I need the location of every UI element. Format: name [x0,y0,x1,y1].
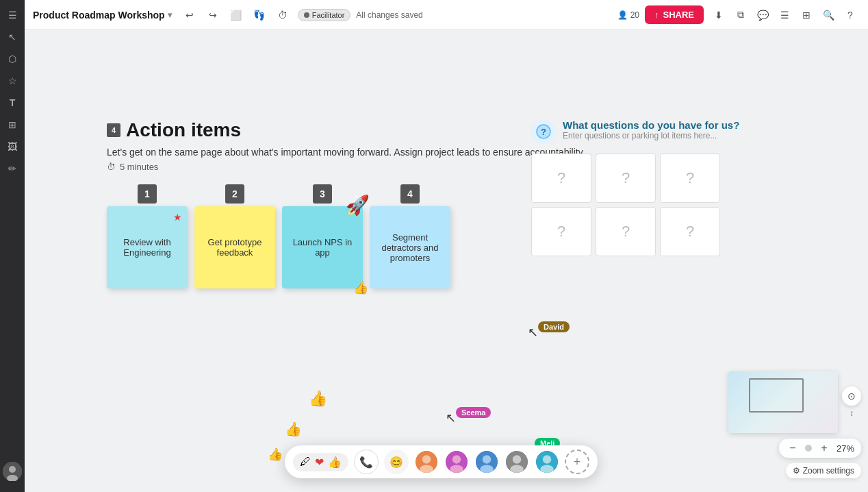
sidebar-pen-icon[interactable]: ✏ [3,159,22,178]
participants-number: 20 [630,10,639,20]
timer-icon[interactable]: ⏱ [273,5,292,25]
sticky-card-1[interactable]: ★ Review with Engineering [107,206,188,288]
cursor-seema: ↖ Seema [446,410,456,426]
user-avatar[interactable] [3,462,22,481]
search-icon[interactable]: 🔍 [819,5,838,25]
card-column-1: 1 ★ Review with Engineering [107,184,188,288]
help-icon[interactable]: ? [841,5,860,25]
card-badge-4: 4 [400,184,420,204]
minimap [728,371,838,433]
grid-view-icon[interactable]: ⊞ [797,5,816,25]
facilitator-label: Facilitator [312,11,345,19]
zoom-dot [805,445,812,452]
reaction-thumbs-icon[interactable]: 👍 [328,456,342,469]
timer-icon: ⏱ [107,162,116,172]
question-cell-3[interactable]: ? [660,153,720,203]
svg-point-12 [483,455,491,463]
participants-count: 👤 20 [617,10,639,20]
minimap-viewport [749,378,804,413]
title-chevron-icon[interactable]: ▾ [168,10,172,20]
add-participant-button[interactable]: + [565,450,589,474]
svg-point-6 [422,455,431,463]
card-column-4: 4 Segment detractors and promoters [370,184,450,288]
avatar-3[interactable] [474,450,499,474]
sidebar-grid-icon[interactable]: ⊞ [3,115,22,134]
zoom-level: 27% [837,443,854,454]
questions-subtitle: Enter questions or parking lot items her… [563,131,739,140]
section-title: Action items [126,119,241,141]
reaction-pen-icon[interactable]: 🖊 [300,456,311,468]
section-header: 4 Action items [107,119,585,141]
svg-point-9 [452,455,461,463]
present-icon[interactable]: 👣 [250,5,269,25]
avatar-2[interactable] [444,450,469,474]
redo-icon[interactable]: ↪ [203,5,222,25]
card-badge-2: 2 [225,184,244,204]
svg-point-18 [543,455,551,463]
avatar-1[interactable] [414,450,439,474]
svg-point-19 [540,465,554,473]
top-header: Product Roadmap Workshop ▾ ↩ ↪ ⬜ 👣 ⏱ Fac… [25,0,868,30]
floating-thumb-3: 👍 [268,447,283,462]
zoom-panel: ⊙ ↕ − + 27% ⚙ Zoom settings [728,371,861,478]
svg-point-13 [480,465,494,473]
zoom-in-button[interactable]: + [817,441,831,455]
emoji-button[interactable]: 😊 [384,450,409,474]
sidebar-text-icon[interactable]: T [3,93,22,112]
sticky-card-4[interactable]: Segment detractors and promoters [370,206,450,288]
reset-view-button[interactable]: ⊙ [842,386,861,406]
scroll-indicator: ↕ [842,408,861,418]
undo-icon[interactable]: ↩ [180,5,199,25]
timer-value: 5 minutes [120,162,158,172]
sidebar-menu-icon[interactable]: ☰ [3,5,22,25]
phone-button[interactable]: 📞 [354,450,379,474]
sidebar-cursor-icon[interactable]: ↖ [3,27,22,47]
sticky-card-2[interactable]: Get prototype feedback [194,206,275,288]
svg-text:?: ? [541,127,546,137]
svg-point-1 [9,466,16,473]
download-icon[interactable]: ⬇ [709,5,728,25]
sticky-card-3[interactable]: 🚀 👍 Launch NPS in app [282,206,363,288]
facilitator-badge[interactable]: Facilitator [298,9,351,21]
avatar-4[interactable] [505,450,529,474]
questions-text-group: What questions do you have for us? Enter… [563,119,739,140]
frame-icon[interactable]: ⬜ [227,5,246,25]
svg-point-16 [510,465,524,473]
question-cell-5[interactable]: ? [596,207,656,256]
share-button[interactable]: ↑ SHARE [645,5,704,24]
share-icon: ↑ [654,10,659,20]
left-sidebar: ☰ ↖ ⬡ ☆ T ⊞ 🖼 ✏ [0,0,25,492]
comments-icon[interactable]: 💬 [753,5,772,25]
question-cell-6[interactable]: ? [660,207,720,256]
list-icon[interactable]: ☰ [775,5,794,25]
cursor-label-david: David [538,321,570,332]
timer-row: ⏱ 5 minutes [107,162,585,172]
thumbs-icon: 👍 [353,280,368,295]
card-text-2: Get prototype feedback [201,237,268,258]
floating-thumb-1: 👍 [309,390,327,408]
sidebar-image-icon[interactable]: 🖼 [3,137,22,156]
board-content: 4 Action items Let's get on the same pag… [107,119,585,288]
participants-icon: 👤 [617,10,628,20]
cursor-david: ↖ David [528,325,538,340]
avatar-5[interactable] [535,450,559,474]
question-cell-2[interactable]: ? [596,153,656,203]
sidebar-shapes-icon[interactable]: ⬡ [3,49,22,69]
sidebar-star-icon[interactable]: ☆ [3,71,22,90]
card-badge-1: 1 [138,184,157,204]
floating-thumb-2: 👍 [285,421,302,437]
star-icon-1: ★ [173,212,182,223]
zoom-settings-button[interactable]: ⚙ Zoom settings [786,463,861,478]
changes-saved-status: All changes saved [356,10,422,20]
header-actions: ↩ ↪ ⬜ 👣 ⏱ [180,5,292,25]
facilitator-dot [304,12,309,18]
svg-point-15 [513,455,521,463]
question-cell-4[interactable]: ? [531,207,591,256]
duplicate-icon[interactable]: ⧉ [731,5,750,25]
question-cell-1[interactable]: ? [531,153,591,203]
card-column-2: 2 Get prototype feedback [194,184,275,288]
questions-title: What questions do you have for us? [563,119,739,131]
zoom-out-button[interactable]: − [786,441,800,455]
reaction-heart-icon[interactable]: ❤ [315,456,324,469]
section-number-badge: 4 [107,123,120,137]
